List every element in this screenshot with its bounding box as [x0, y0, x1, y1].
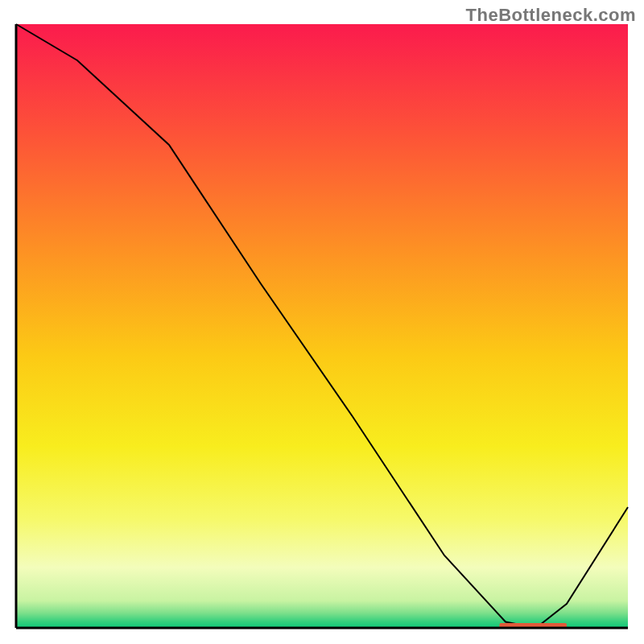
chart-svg [0, 0, 644, 644]
chart-gradient-rect [16, 24, 628, 628]
chart-container: TheBottleneck.com [0, 0, 644, 644]
chart-plot-area [16, 24, 628, 628]
